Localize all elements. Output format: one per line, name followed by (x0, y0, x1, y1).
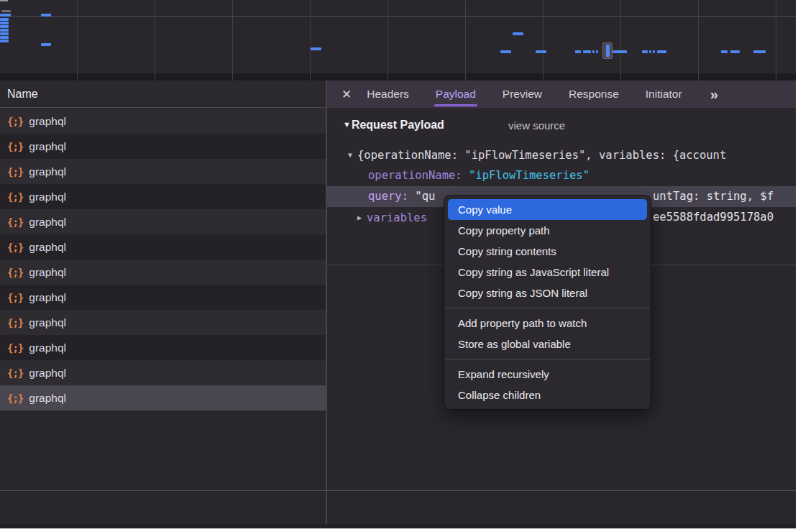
request-name: graphql (29, 216, 66, 229)
request-row[interactable]: {;}graphql (0, 134, 326, 159)
screenshot-bottom-edge (0, 528, 798, 532)
json-braces-icon: {;} (7, 242, 23, 253)
request-bar[interactable] (536, 50, 546, 53)
request-bar[interactable] (41, 14, 51, 17)
request-bar[interactable] (0, 14, 11, 17)
request-row[interactable]: {;}graphql (0, 234, 326, 260)
close-icon[interactable]: ✕ (341, 87, 352, 102)
context-menu: Copy valueCopy property pathCopy string … (444, 196, 651, 409)
devtools-network-panel: Name {;}graphql{;}graphql{;}graphql{;}gr… (0, 0, 798, 532)
expanded-triangle-icon[interactable]: ▼ (348, 151, 352, 159)
request-row[interactable]: {;}graphql (0, 385, 326, 411)
json-braces-icon: {;} (7, 342, 23, 354)
request-bar[interactable] (575, 50, 581, 53)
request-bar[interactable] (0, 22, 9, 24)
request-row[interactable]: {;}graphql (0, 109, 326, 134)
tab-headers[interactable]: Headers (367, 81, 409, 108)
property-key: variables (367, 211, 427, 224)
operation-name-row[interactable]: operationName: "ipFlowTimeseries" (327, 165, 796, 186)
tab-payload[interactable]: Payload (436, 81, 476, 108)
json-braces-icon: {;} (7, 141, 23, 152)
request-row[interactable]: {;}graphql (0, 310, 326, 335)
property-value-right-fragment: untTag: string, $f (653, 186, 774, 207)
request-bar[interactable] (0, 25, 9, 28)
section-title: Request Payload (352, 119, 444, 131)
request-name: graphql (29, 266, 66, 279)
overview-gridlines (0, 0, 796, 81)
footer-divider (0, 490, 796, 491)
request-bar[interactable] (0, 18, 9, 21)
property-key: operationName: (368, 169, 462, 182)
request-name: graphql (29, 316, 66, 329)
menu-item-copy-string-contents[interactable]: Copy string contents (444, 241, 651, 262)
request-row[interactable]: {;}graphql (0, 360, 326, 385)
request-bar[interactable] (721, 50, 728, 53)
property-value: "ipFlowTimeseries" (469, 169, 590, 182)
object-preview-row[interactable]: ▼{operationName: "ipFlowTimeseries", var… (327, 145, 796, 165)
menu-item-copy-property-path[interactable]: Copy property path (444, 220, 651, 241)
menu-item-copy-value[interactable]: Copy value (448, 199, 647, 220)
request-bar[interactable] (500, 50, 511, 53)
request-row[interactable]: {;}graphql (0, 184, 326, 209)
tab-response[interactable]: Response (569, 81, 619, 108)
property-key: query: (368, 190, 408, 203)
request-bar[interactable] (592, 50, 595, 53)
request-bar[interactable] (41, 43, 51, 46)
json-braces-icon: {;} (7, 292, 23, 303)
tab-initiator[interactable]: Initiator (646, 81, 682, 108)
json-braces-icon: {;} (7, 191, 23, 203)
request-name: graphql (29, 115, 66, 128)
request-name: graphql (29, 140, 66, 153)
menu-item-store-as-global-variable[interactable]: Store as global variable (444, 334, 651, 354)
request-bar[interactable] (0, 32, 9, 35)
view-source-toggle[interactable]: view source (508, 119, 565, 132)
menu-item-add-property-path-to-watch[interactable]: Add property path to watch (444, 313, 651, 334)
request-name: graphql (29, 367, 66, 380)
request-bar[interactable] (0, 40, 9, 42)
request-list: {;}graphql{;}graphql{;}graphql{;}graphql… (0, 109, 326, 411)
object-preview-text: {operationName: "ipFlowTimeseries", vari… (357, 149, 726, 162)
request-bar[interactable] (583, 50, 591, 53)
request-row[interactable]: {;}graphql (0, 159, 326, 184)
menu-item-copy-string-as-javascript-literal[interactable]: Copy string as JavaScript literal (444, 262, 651, 283)
collapse-triangle-icon[interactable]: ▼ (343, 120, 351, 129)
collapsed-triangle-icon[interactable]: ▶ (357, 214, 362, 221)
request-bar[interactable] (653, 50, 655, 53)
tab-preview[interactable]: Preview (503, 81, 542, 108)
json-braces-icon: {;} (7, 166, 23, 178)
request-bar[interactable] (0, 36, 9, 39)
json-braces-icon: {;} (7, 393, 23, 404)
request-bar[interactable] (657, 50, 666, 53)
request-bar[interactable] (606, 45, 610, 57)
network-overview-timeline[interactable] (0, 0, 796, 81)
request-row[interactable]: {;}graphql (0, 285, 326, 310)
menu-item-copy-string-as-json-literal[interactable]: Copy string as JSON literal (444, 283, 651, 303)
request-bar[interactable] (613, 50, 627, 53)
request-bar[interactable] (753, 50, 766, 53)
name-column-label: Name (7, 88, 38, 100)
request-name: graphql (29, 165, 66, 178)
request-bar[interactable] (730, 50, 740, 53)
request-bar[interactable] (311, 47, 321, 50)
request-name: graphql (29, 341, 66, 354)
detail-tab-bar: ✕ HeadersPayloadPreviewResponseInitiator… (327, 81, 796, 108)
request-bar[interactable] (513, 32, 523, 35)
request-name: graphql (29, 241, 66, 254)
request-row[interactable]: {;}graphql (0, 209, 326, 234)
name-column-header[interactable]: Name (0, 81, 326, 108)
request-bar[interactable] (0, 29, 9, 32)
request-name: graphql (29, 291, 66, 304)
request-bar[interactable] (642, 50, 648, 53)
json-braces-icon: {;} (7, 367, 23, 379)
request-row[interactable]: {;}graphql (0, 260, 326, 285)
menu-item-expand-recursively[interactable]: Expand recursively (444, 364, 651, 385)
menu-item-collapse-children[interactable]: Collapse children (444, 385, 651, 405)
request-bar[interactable] (649, 50, 651, 53)
menu-separator (445, 359, 650, 359)
request-bar[interactable] (596, 50, 598, 53)
request-row[interactable]: {;}graphql (0, 335, 326, 360)
json-braces-icon: {;} (7, 317, 23, 329)
more-tabs-icon[interactable]: » (710, 86, 717, 103)
request-bar[interactable] (1, 10, 11, 12)
request-payload-section-header[interactable]: ▼Request Payload (343, 119, 444, 132)
